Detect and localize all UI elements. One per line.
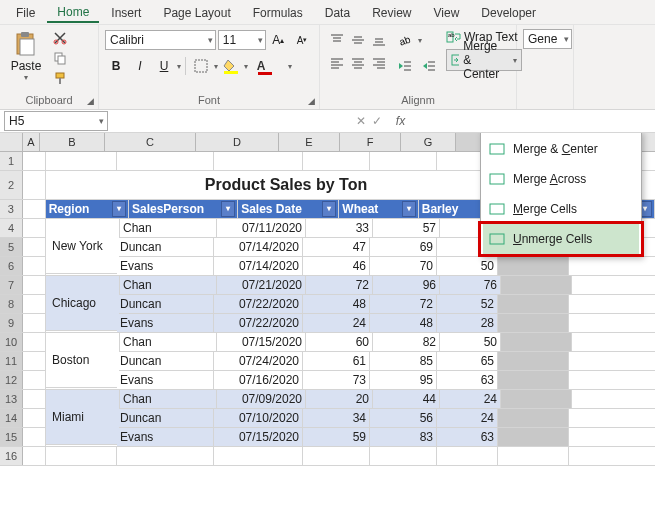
corn-cell[interactable]: 63	[437, 371, 498, 389]
column-header-F[interactable]: F	[340, 133, 401, 151]
cell[interactable]	[370, 447, 437, 465]
date-cell[interactable]: 07/22/2020	[214, 314, 303, 332]
align-center-button[interactable]	[347, 52, 369, 74]
cell[interactable]	[23, 257, 46, 275]
cell[interactable]	[23, 390, 46, 408]
barley-cell[interactable]: 95	[370, 371, 437, 389]
row-header[interactable]: 12	[0, 371, 23, 389]
underline-button[interactable]: U	[153, 55, 175, 77]
cell[interactable]	[117, 447, 214, 465]
salesperson-cell[interactable]: Chan	[120, 219, 217, 237]
select-all-corner[interactable]	[0, 133, 23, 151]
salesperson-cell[interactable]: Duncan	[117, 352, 214, 370]
tab-review[interactable]: Review	[362, 3, 421, 22]
increase-font-button[interactable]: A▴	[268, 29, 290, 51]
cut-button[interactable]	[50, 29, 70, 47]
date-cell[interactable]: 07/24/2020	[214, 352, 303, 370]
corn-cell[interactable]: 50	[440, 333, 501, 351]
cell[interactable]	[303, 447, 370, 465]
cell[interactable]	[23, 333, 46, 351]
tab-file[interactable]: File	[6, 3, 45, 22]
cell[interactable]	[437, 447, 498, 465]
cell[interactable]	[46, 447, 117, 465]
italic-button[interactable]: I	[129, 55, 151, 77]
wheat-cell[interactable]: 33	[306, 219, 373, 237]
total-cell[interactable]	[498, 352, 569, 370]
fx-icon[interactable]: fx	[390, 114, 411, 128]
cell[interactable]	[23, 276, 46, 294]
column-filter-region[interactable]: Region	[46, 200, 129, 218]
wheat-cell[interactable]: 61	[303, 352, 370, 370]
row-header[interactable]: 5	[0, 238, 23, 256]
row-header[interactable]: 9	[0, 314, 23, 332]
cell[interactable]	[23, 219, 46, 237]
row-header[interactable]: 1	[0, 152, 23, 170]
paste-button[interactable]: Paste ▾	[6, 29, 46, 82]
cell[interactable]	[23, 171, 46, 199]
fill-color-button[interactable]	[220, 55, 242, 77]
region-cell[interactable]: Miami	[46, 390, 120, 445]
tab-home[interactable]: Home	[47, 2, 99, 23]
barley-cell[interactable]: 48	[370, 314, 437, 332]
merge-center-button[interactable]: Merge & Center ▾	[446, 49, 522, 71]
column-filter-salesperson[interactable]: SalesPerson	[129, 200, 238, 218]
row-header[interactable]: 14	[0, 409, 23, 427]
cell[interactable]	[370, 152, 437, 170]
date-cell[interactable]: 07/16/2020	[214, 371, 303, 389]
cell[interactable]	[23, 295, 46, 313]
cell[interactable]	[117, 152, 214, 170]
wheat-cell[interactable]: 20	[306, 390, 373, 408]
cell[interactable]	[46, 152, 117, 170]
cancel-formula-icon[interactable]: ✕	[356, 114, 366, 128]
corn-cell[interactable]: 52	[437, 295, 498, 313]
salesperson-cell[interactable]: Duncan	[117, 409, 214, 427]
barley-cell[interactable]: 72	[370, 295, 437, 313]
menu-item-merge-cells[interactable]: Merge Cells	[483, 194, 639, 224]
menu-item-merge-across[interactable]: Merge Across	[483, 164, 639, 194]
wheat-cell[interactable]: 59	[303, 428, 370, 446]
align-right-button[interactable]	[368, 52, 390, 74]
row-header[interactable]: 2	[0, 171, 23, 199]
total-cell[interactable]	[498, 409, 569, 427]
region-cell[interactable]: Boston	[46, 333, 120, 388]
salesperson-cell[interactable]: Duncan	[117, 295, 214, 313]
salesperson-cell[interactable]: Chan	[120, 390, 217, 408]
font-dialog-launcher[interactable]: ◢	[305, 95, 317, 107]
cell[interactable]	[303, 152, 370, 170]
barley-cell[interactable]: 82	[373, 333, 440, 351]
total-cell[interactable]	[498, 428, 569, 446]
decrease-indent-button[interactable]	[394, 55, 416, 77]
cell[interactable]	[23, 428, 46, 446]
wheat-cell[interactable]: 60	[306, 333, 373, 351]
date-cell[interactable]: 07/09/2020	[217, 390, 306, 408]
decrease-font-button[interactable]: A▾	[291, 29, 313, 51]
wheat-cell[interactable]: 46	[303, 257, 370, 275]
date-cell[interactable]: 07/21/2020	[217, 276, 306, 294]
row-header[interactable]: 10	[0, 333, 23, 351]
date-cell[interactable]: 07/14/2020	[214, 257, 303, 275]
salesperson-cell[interactable]: Chan	[120, 276, 217, 294]
table-title[interactable]: Product Sales by Ton	[46, 171, 527, 199]
wheat-cell[interactable]: 72	[306, 276, 373, 294]
corn-cell[interactable]: 63	[437, 428, 498, 446]
total-cell[interactable]	[501, 276, 572, 294]
tab-data[interactable]: Data	[315, 3, 360, 22]
row-header[interactable]: 16	[0, 447, 23, 465]
format-painter-button[interactable]	[50, 69, 70, 87]
wheat-cell[interactable]: 48	[303, 295, 370, 313]
cell[interactable]	[214, 447, 303, 465]
cell[interactable]	[498, 447, 569, 465]
cell[interactable]	[214, 152, 303, 170]
tab-formulas[interactable]: Formulas	[243, 3, 313, 22]
barley-cell[interactable]: 69	[370, 238, 437, 256]
cell[interactable]	[23, 409, 46, 427]
salesperson-cell[interactable]: Evans	[117, 314, 214, 332]
barley-cell[interactable]: 56	[370, 409, 437, 427]
orientation-button[interactable]: ab	[394, 29, 416, 51]
salesperson-cell[interactable]: Evans	[117, 428, 214, 446]
cell[interactable]	[23, 447, 46, 465]
increase-indent-button[interactable]	[418, 55, 440, 77]
barley-cell[interactable]: 83	[370, 428, 437, 446]
date-cell[interactable]: 07/15/2020	[217, 333, 306, 351]
enter-formula-icon[interactable]: ✓	[372, 114, 382, 128]
